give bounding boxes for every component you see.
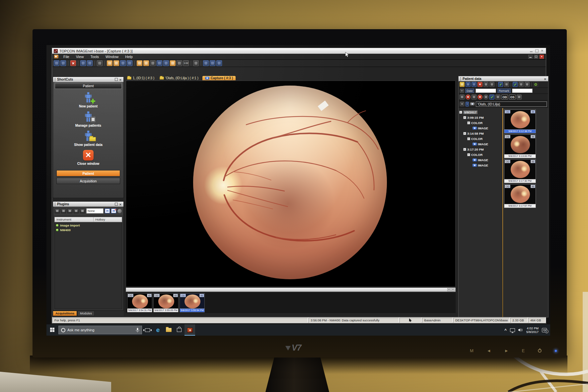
monitor-left-button[interactable]: ◄ bbox=[487, 348, 491, 353]
view-single-icon[interactable] bbox=[113, 60, 119, 66]
pane-maximize-icon[interactable] bbox=[451, 288, 455, 291]
wrench-icon[interactable] bbox=[61, 209, 66, 213]
view-grid-export-icon[interactable] bbox=[127, 60, 132, 66]
store-button[interactable] bbox=[174, 324, 184, 336]
tree-time-node[interactable]: 3:17:20 PM bbox=[459, 147, 502, 152]
category-button-acquisition[interactable]: Acquisition bbox=[56, 178, 120, 184]
pane-restore-icon[interactable] bbox=[447, 288, 451, 291]
pair-view-icon[interactable] bbox=[472, 95, 477, 99]
cascade-windows-icon[interactable] bbox=[193, 60, 199, 66]
minimize-icon[interactable] bbox=[530, 49, 533, 52]
collapse-icon[interactable] bbox=[467, 153, 470, 156]
patient-add-icon[interactable] bbox=[170, 60, 176, 66]
patient-data-panel-title[interactable]: Patient data bbox=[459, 76, 548, 81]
mdi-minimize-icon[interactable] bbox=[528, 55, 533, 59]
patient-name-field[interactable]: 'Olafs, (ID:Lilja) bbox=[476, 101, 547, 107]
settings-gear-icon[interactable] bbox=[533, 82, 538, 87]
scope-icon[interactable] bbox=[80, 209, 85, 213]
tree-root-date[interactable]: 5/8/2017 bbox=[459, 109, 502, 115]
tab-patient-olafs[interactable]: 'Olafs, (ID:Lilja ) ( #:1 ) bbox=[158, 76, 200, 80]
grid-numbers-icon[interactable] bbox=[495, 95, 500, 99]
adjustments-icon[interactable] bbox=[150, 60, 156, 66]
globe-icon[interactable] bbox=[466, 95, 471, 99]
study-thumbnail-selected[interactable]: OD 45 5/8/2017 3:12:38 PM bbox=[504, 109, 536, 133]
hotkey-set-button[interactable]: H bbox=[105, 209, 110, 213]
tree-remove-icon[interactable] bbox=[504, 82, 509, 87]
plugin-tool-icon[interactable] bbox=[143, 60, 149, 66]
plugin-row-image-import[interactable]: Image Import bbox=[55, 223, 122, 228]
hotkey-clear-button[interactable]: H bbox=[111, 209, 116, 213]
image-viewer[interactable] bbox=[126, 81, 456, 287]
capture-timer-icon[interactable] bbox=[183, 60, 189, 66]
eye-icon[interactable] bbox=[74, 209, 79, 213]
view-grid-icon[interactable] bbox=[120, 60, 126, 66]
tree-image-node[interactable]: IMAGE bbox=[459, 141, 502, 147]
collapse-icon[interactable] bbox=[463, 148, 466, 151]
date-filter-input[interactable] bbox=[476, 89, 496, 93]
tray-clock[interactable]: 4:02 PM 5/8/2017 bbox=[526, 326, 539, 334]
speaker-icon[interactable] bbox=[518, 328, 523, 332]
panel-close-icon[interactable] bbox=[544, 77, 547, 80]
collapse-icon[interactable] bbox=[463, 132, 466, 135]
task-view-button[interactable] bbox=[142, 324, 153, 336]
tree-image-node[interactable]: IMAGE bbox=[459, 125, 502, 131]
tree-time-node[interactable]: 3:09:15 PM bbox=[459, 115, 502, 120]
edge-button[interactable] bbox=[153, 324, 163, 336]
window-new-icon[interactable] bbox=[203, 60, 209, 66]
collapse-icon[interactable] bbox=[467, 121, 470, 124]
tray-chevron-icon[interactable] bbox=[504, 327, 507, 333]
capture-thumbnail[interactable]: OD 45 5/8/2017 3:54:31 PM bbox=[127, 293, 152, 312]
window-settings-icon[interactable] bbox=[216, 60, 222, 66]
target-icon[interactable] bbox=[478, 95, 482, 99]
report-icon[interactable] bbox=[97, 60, 103, 66]
list-check-icon[interactable] bbox=[483, 82, 488, 87]
list-remove-icon[interactable] bbox=[489, 82, 494, 87]
pie-icon[interactable] bbox=[483, 95, 488, 99]
tree-image-node[interactable]: IMAGE bbox=[459, 163, 502, 168]
title-bar[interactable]: TOPCON IMAGEnet i-base - [Capture ( #:3 … bbox=[52, 48, 546, 54]
maximize-icon[interactable] bbox=[535, 49, 539, 52]
panel-float-icon[interactable] bbox=[115, 203, 118, 206]
shortcut-manage-patients[interactable]: Manage patients bbox=[54, 111, 122, 127]
camera-icon[interactable] bbox=[470, 102, 475, 105]
person-icon[interactable] bbox=[466, 102, 469, 106]
monitor-menu-button[interactable]: M bbox=[470, 348, 474, 353]
category-button-patient[interactable]: Patient bbox=[56, 170, 120, 176]
shortcut-new-patient[interactable]: New patient bbox=[54, 92, 122, 108]
view-thumbnails-icon[interactable] bbox=[107, 60, 112, 66]
remark-filter-input[interactable] bbox=[512, 89, 533, 93]
collapse-icon[interactable] bbox=[467, 137, 470, 140]
close-icon[interactable] bbox=[541, 49, 544, 52]
collapse-icon[interactable] bbox=[459, 111, 462, 114]
zoom-tool-icon[interactable] bbox=[137, 60, 142, 66]
patient-browser-icon[interactable] bbox=[163, 60, 169, 66]
tree-mode-node[interactable]: COLOR bbox=[459, 120, 502, 125]
tab-modules[interactable]: Modules bbox=[77, 311, 95, 316]
action-center-icon[interactable]: 1 bbox=[542, 328, 547, 332]
study-thumbnail[interactable]: OD 45 5/8/2017 3:17:30 PM bbox=[504, 159, 536, 183]
panel-close-icon[interactable] bbox=[119, 78, 122, 81]
monitor-exit-button[interactable]: E bbox=[522, 348, 525, 353]
microphone-icon[interactable] bbox=[136, 328, 139, 333]
cortana-search[interactable]: Ask me anything bbox=[58, 326, 142, 334]
tab-acquisitions[interactable]: Acquisitions bbox=[53, 311, 77, 316]
od-filter-button[interactable] bbox=[501, 95, 508, 99]
menu-window[interactable]: Window bbox=[103, 54, 121, 59]
display-tray-icon[interactable] bbox=[510, 328, 515, 332]
capture-thumbnail[interactable]: OD 45 5/8/2017 3:55:05 PM bbox=[153, 293, 179, 312]
capture-thumbnail-selected[interactable]: OD 45 5/8/2017 3:55:54 PM bbox=[180, 293, 205, 312]
power-icon[interactable] bbox=[538, 349, 542, 353]
collapse-icon[interactable] bbox=[463, 116, 466, 119]
tree-mode-node[interactable]: COLOR bbox=[459, 136, 502, 141]
shortcut-close-window[interactable]: Close window bbox=[54, 150, 122, 165]
plugins-panel-title[interactable]: Plugins bbox=[53, 202, 123, 207]
delete-icon[interactable] bbox=[478, 82, 482, 87]
record-icon[interactable] bbox=[117, 209, 122, 213]
menu-file[interactable]: File bbox=[60, 54, 72, 59]
shortcuts-panel-title[interactable]: ShortCuts bbox=[53, 77, 123, 82]
print-icon[interactable] bbox=[80, 60, 86, 66]
probe-icon[interactable] bbox=[67, 209, 72, 213]
imagenet-app-button[interactable] bbox=[184, 324, 195, 336]
start-button[interactable] bbox=[46, 324, 58, 336]
tree-move-icon[interactable] bbox=[513, 82, 518, 87]
